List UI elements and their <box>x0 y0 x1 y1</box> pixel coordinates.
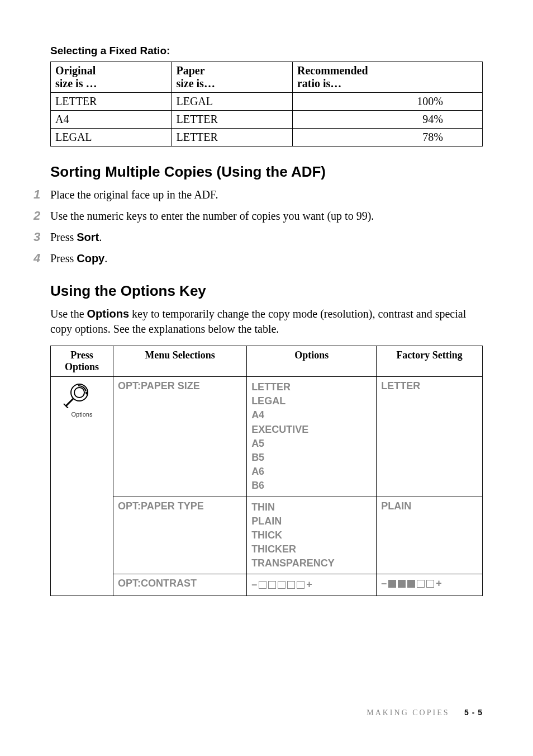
text: Press <box>50 231 77 243</box>
button-label: Sort <box>77 231 99 243</box>
option: THIN <box>251 502 275 513</box>
options-heading: Using the Options Key <box>50 282 483 300</box>
contrast-box <box>287 581 295 589</box>
plus-icon: + <box>306 578 312 592</box>
contrast-box <box>398 580 406 588</box>
svg-line-2 <box>66 399 73 406</box>
col-header-menu: Menu Selections <box>113 346 247 377</box>
contrast-box <box>268 581 276 589</box>
cell-original: LEGAL <box>51 129 172 147</box>
options-list: THIN PLAIN THICK THICKER TRANSPARENCY <box>247 497 377 574</box>
contrast-box <box>407 580 415 588</box>
contrast-box <box>388 580 396 588</box>
svg-point-1 <box>74 388 84 398</box>
table-row: LETTER LEGAL 100% <box>51 93 483 111</box>
text: Place the original face up in the ADF. <box>50 188 218 201</box>
options-icon-label: Options <box>55 411 108 418</box>
option: EXECUTIVE <box>251 424 308 435</box>
options-button-icon <box>63 380 102 408</box>
option: A4 <box>251 409 264 420</box>
key-label: Options <box>87 308 130 320</box>
col-header-text: size is… <box>176 77 215 89</box>
col-header-press: Press Options <box>51 346 113 377</box>
footer-section: MAKING COPIES <box>367 708 449 717</box>
cell-ratio: 94% <box>292 111 482 129</box>
page-number: 5 - 5 <box>464 708 483 717</box>
sorting-heading: Sorting Multiple Copies (Using the ADF) <box>50 163 483 181</box>
cell-original: LETTER <box>51 93 172 111</box>
text: Use the numeric keys to enter the number… <box>50 210 374 222</box>
menu-selection: OPT:CONTRAST <box>113 574 247 596</box>
steps-list: 1 Place the original face up in the ADF.… <box>34 187 483 266</box>
button-label: Copy <box>77 252 104 264</box>
text: Press <box>50 252 77 264</box>
cell-paper: LETTER <box>172 111 292 129</box>
option: B5 <box>251 452 264 463</box>
option: LETTER <box>251 381 291 393</box>
option: LEGAL <box>251 395 285 407</box>
minus-icon: – <box>381 578 387 589</box>
option: THICK <box>251 530 282 541</box>
col-header-text: Recommended <box>297 64 368 77</box>
option: A6 <box>251 466 264 477</box>
step: 1 Place the original face up in the ADF. <box>34 187 483 202</box>
cell-paper: LETTER <box>172 129 292 147</box>
table-row: LEGAL LETTER 78% <box>51 129 483 147</box>
text: Press <box>70 349 93 361</box>
option: TRANSPARENCY <box>251 557 335 569</box>
menu-selection: OPT:PAPER SIZE <box>113 377 247 497</box>
page-footer: MAKING COPIES 5 - 5 <box>50 708 483 717</box>
contrast-box <box>426 580 434 588</box>
options-paragraph: Use the Options key to temporarily chang… <box>50 306 483 337</box>
table-row: OPT:CONTRAST – + – <box>51 574 483 596</box>
text: . <box>99 231 102 243</box>
col-header-options: Options <box>247 346 377 377</box>
text: . <box>104 252 107 264</box>
contrast-box <box>417 580 425 588</box>
step: 2 Use the numeric keys to enter the numb… <box>34 209 483 223</box>
col-header-original: Original size is … <box>51 62 172 93</box>
step-number: 2 <box>34 209 50 223</box>
factory-setting: LETTER <box>377 377 483 497</box>
step-text: Press Copy. <box>50 252 107 265</box>
option: PLAIN <box>251 516 282 527</box>
cell-original: A4 <box>51 111 172 129</box>
factory-setting: PLAIN <box>377 497 483 574</box>
col-header-ratio: Recommended ratio is… <box>292 62 482 93</box>
step-text: Place the original face up in the ADF. <box>50 188 218 201</box>
col-header-text: size is … <box>55 77 97 89</box>
options-table: Press Options Menu Selections Options Fa… <box>50 346 483 596</box>
step-number: 1 <box>34 187 50 202</box>
option: THICKER <box>251 544 296 555</box>
table-row: OPT:PAPER TYPE THIN PLAIN THICK THICKER … <box>51 497 483 574</box>
contrast-box <box>259 581 266 589</box>
step-text: Use the numeric keys to enter the number… <box>50 210 374 223</box>
step-text: Press Sort. <box>50 231 102 244</box>
text: Options <box>65 361 99 372</box>
contrast-options: – + <box>247 574 377 596</box>
cell-paper: LEGAL <box>172 93 292 111</box>
text: Use the <box>50 308 87 320</box>
fixed-ratio-heading: Selecting a Fixed Ratio: <box>50 45 483 57</box>
col-header-text: Original <box>55 64 96 77</box>
cell-ratio: 100% <box>292 93 482 111</box>
table-row: A4 LETTER 94% <box>51 111 483 129</box>
cell-ratio: 78% <box>292 129 482 147</box>
options-list: LETTER LEGAL A4 EXECUTIVE A5 B5 A6 B6 <box>247 377 377 497</box>
col-header-text: Paper <box>176 64 204 77</box>
step-number: 3 <box>34 230 50 244</box>
col-header-paper: Paper size is… <box>172 62 292 93</box>
step: 3 Press Sort. <box>34 230 483 244</box>
plus-icon: + <box>436 578 442 589</box>
minus-icon: – <box>251 578 257 592</box>
col-header-factory: Factory Setting <box>377 346 483 377</box>
table-row: Options OPT:PAPER SIZE LETTER LEGAL A4 E… <box>51 377 483 497</box>
ratio-table: Original size is … Paper size is… Recomm… <box>50 62 483 147</box>
contrast-factory: – + <box>377 574 483 596</box>
col-header-text: ratio is… <box>297 77 341 89</box>
contrast-box <box>278 581 285 589</box>
step-number: 4 <box>34 251 50 266</box>
option: A5 <box>251 438 264 449</box>
step: 4 Press Copy. <box>34 251 483 266</box>
menu-selection: OPT:PAPER TYPE <box>113 497 247 574</box>
